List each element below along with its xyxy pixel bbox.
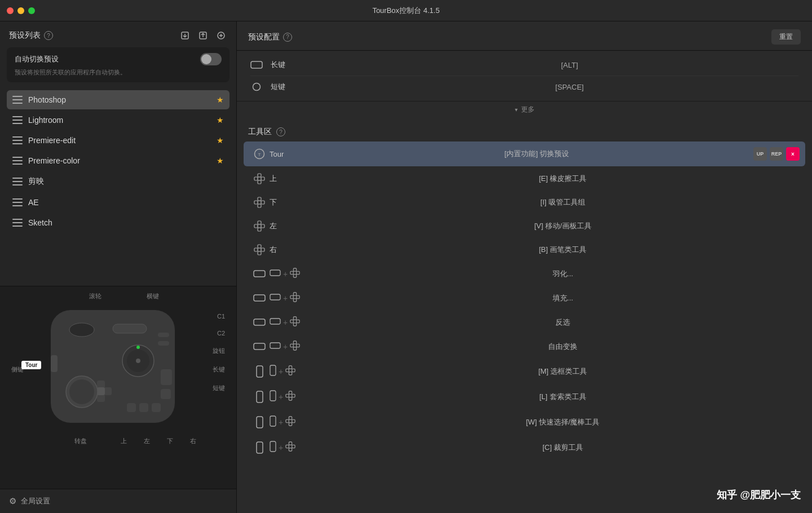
label-scroll-wheel: 滚轮 — [89, 292, 102, 300]
preset-item-name: Premiere-color — [28, 156, 217, 165]
global-settings-item[interactable]: ⚙ 全局设置 — [0, 489, 236, 513]
tool-row[interactable]: 下 [I] 吸管工具组 — [244, 191, 805, 214]
more-row[interactable]: ▾ 更多 — [237, 101, 812, 120]
tool-row[interactable]: T Tour [内置功能] 切换预设 UP REP × — [244, 141, 805, 166]
right-panel: 预设配置 ? 重置 长键 [ALT] — [237, 21, 812, 513]
tool-row[interactable]: + [C] 裁剪工具 — [244, 435, 805, 459]
tool-action: 羽化... — [326, 269, 800, 279]
tool-row[interactable]: + 自由变换 — [244, 335, 805, 358]
star-icon[interactable]: ★ — [217, 95, 224, 104]
svg-point-19 — [136, 359, 140, 363]
svg-rect-51 — [258, 224, 261, 228]
svg-point-34 — [253, 83, 261, 91]
preset-item[interactable]: Premiere-color ★ — [7, 151, 230, 170]
auto-switch-label: 自动切换预设 — [15, 54, 59, 64]
combo-dpad-icon — [290, 268, 300, 280]
svg-rect-101 — [289, 417, 292, 419]
tool-row[interactable]: + [W] 快速选择/魔棒工具 — [244, 410, 805, 434]
up-btn[interactable]: UP — [753, 147, 767, 161]
svg-rect-63 — [293, 271, 296, 274]
label-knob: 旋钮 — [213, 347, 225, 355]
preset-item[interactable]: 剪映 — [7, 171, 230, 192]
svg-rect-32 — [152, 403, 161, 412]
svg-rect-69 — [297, 295, 299, 298]
svg-rect-22 — [161, 389, 171, 399]
star-icon[interactable]: ★ — [217, 116, 224, 125]
svg-rect-50 — [261, 224, 264, 228]
long-key-row: 长键 [ALT] — [248, 54, 801, 76]
tool-row[interactable]: + 填充... — [244, 286, 805, 309]
svg-point-12 — [69, 323, 94, 337]
long-key-name: 长键 — [271, 60, 338, 70]
remove-btn[interactable]: × — [786, 147, 800, 161]
preset-config-help-icon[interactable]: ? — [283, 33, 292, 42]
svg-rect-67 — [293, 299, 296, 302]
svg-rect-82 — [290, 344, 293, 347]
svg-rect-102 — [289, 423, 292, 426]
add-preset-button[interactable] — [215, 29, 227, 42]
preset-item[interactable]: Photoshop ★ — [7, 90, 230, 109]
tool-row[interactable]: 左 [V] 移动/画板工具 — [244, 215, 805, 237]
svg-rect-47 — [258, 221, 261, 224]
tool-icon — [249, 441, 270, 454]
svg-rect-43 — [258, 204, 261, 207]
svg-rect-27 — [97, 387, 105, 395]
watermark: 知乎 @肥肥小一支 — [717, 488, 801, 502]
export-button[interactable] — [197, 29, 209, 42]
preset-list-help-icon[interactable]: ? — [44, 31, 53, 40]
tool-action: [C] 裁剪工具 — [326, 443, 800, 453]
import-button[interactable] — [179, 29, 191, 42]
short-key-icon — [248, 82, 265, 91]
tool-action: [V] 移动/画板工具 — [326, 221, 800, 231]
tool-row[interactable]: + [M] 选框类工具 — [244, 359, 805, 383]
minimize-button[interactable] — [17, 7, 24, 14]
label-down: 下 — [167, 437, 173, 445]
maximize-button[interactable] — [28, 7, 35, 14]
svg-rect-109 — [289, 448, 292, 451]
svg-rect-71 — [254, 319, 265, 325]
plus-icon: + — [279, 418, 283, 427]
titlebar: TourBox控制台 4.1.5 — [0, 0, 812, 21]
svg-rect-23 — [97, 381, 105, 388]
tool-row[interactable]: 右 [B] 画笔类工具 — [244, 238, 805, 261]
plus-icon: + — [279, 392, 283, 401]
preset-config-title-group: 预设配置 ? — [248, 32, 292, 42]
preset-item[interactable]: Premiere-edit ★ — [7, 131, 230, 150]
hamburger-icon — [12, 178, 23, 185]
rep-btn[interactable]: REP — [770, 147, 783, 161]
short-key-row: 短键 [SPACE] — [248, 76, 801, 98]
tool-row[interactable]: + [L] 套索类工具 — [244, 384, 805, 409]
left-panel: 预设列表 ? — [0, 21, 237, 513]
tool-icon — [249, 220, 270, 232]
tool-list: T Tour [内置功能] 切换预设 UP REP × 上 [E] 橡皮擦工具 — [237, 141, 812, 513]
combo-dpad-icon — [290, 316, 300, 328]
chevron-down-icon: ▾ — [515, 107, 518, 113]
preset-config-label: 预设配置 — [248, 32, 280, 42]
tool-icon — [249, 319, 270, 326]
svg-rect-66 — [293, 293, 296, 295]
tool-icon — [249, 244, 270, 255]
key-config-section: 长键 [ALT] 短键 [SPACE] — [237, 51, 812, 101]
svg-rect-53 — [258, 251, 261, 255]
svg-rect-61 — [290, 271, 293, 274]
auto-switch-toggle[interactable] — [200, 53, 222, 65]
preset-item[interactable]: Lightroom ★ — [7, 110, 230, 130]
label-right: 右 — [190, 437, 196, 445]
tool-row[interactable]: 上 [E] 橡皮擦工具 — [244, 167, 805, 190]
hamburger-icon — [12, 116, 23, 124]
close-button[interactable] — [7, 7, 14, 14]
svg-rect-85 — [257, 366, 263, 377]
tool-area-help-icon[interactable]: ? — [276, 127, 285, 136]
reset-button[interactable]: 重置 — [771, 29, 801, 45]
preset-item[interactable]: Sketch — [7, 213, 230, 232]
svg-rect-39 — [254, 177, 258, 180]
star-icon[interactable]: ★ — [217, 156, 224, 165]
svg-rect-44 — [254, 201, 258, 204]
global-settings-label: 全局设置 — [21, 496, 50, 506]
device-diagram-svg — [39, 304, 197, 434]
tool-row[interactable]: + 羽化... — [244, 262, 805, 285]
preset-item[interactable]: AE — [7, 193, 230, 212]
svg-rect-91 — [289, 369, 292, 372]
star-icon[interactable]: ★ — [217, 136, 224, 145]
tool-row[interactable]: + 反选 — [244, 311, 805, 334]
